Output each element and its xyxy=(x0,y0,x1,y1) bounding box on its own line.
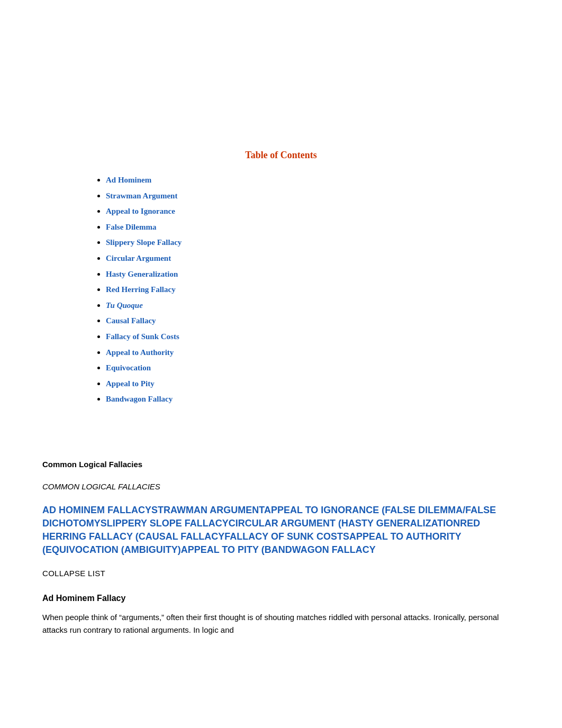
toc-link-appeal-authority[interactable]: Appeal to Authority xyxy=(106,348,174,357)
toc-link-sunk-costs[interactable]: Fallacy of Sunk Costs xyxy=(106,332,179,341)
toc-item: Red Herring Fallacy xyxy=(106,283,520,296)
toc-item: Appeal to Ignorance xyxy=(106,204,520,218)
toc-link-bandwagon[interactable]: Bandwagon Fallacy xyxy=(106,395,173,403)
italic-heading: COMMON LOGICAL FALLACIES xyxy=(42,481,520,493)
ad-hominem-body: When people think of “arguments,” often … xyxy=(42,611,520,636)
blue-heading-block: AD HOMINEM FALLACYSTRAWMAN ARGUMENTAPPEA… xyxy=(42,504,520,557)
toc-item: Bandwagon Fallacy xyxy=(106,392,520,406)
toc-item: Appeal to Authority xyxy=(106,345,520,359)
section-label: Common Logical Fallacies xyxy=(42,459,520,471)
toc-link-slippery-slope[interactable]: Slippery Slope Fallacy xyxy=(106,238,182,247)
toc-item: Ad Hominem xyxy=(106,173,520,187)
toc-link-tu-quoque[interactable]: Tu Quoque xyxy=(106,301,143,310)
toc-item: Tu Quoque xyxy=(106,298,520,312)
toc-link-appeal-pity[interactable]: Appeal to Pity xyxy=(106,379,155,388)
toc-item: Appeal to Pity xyxy=(106,377,520,390)
section-divider xyxy=(42,438,520,459)
ad-hominem-heading: Ad Hominem Fallacy xyxy=(42,592,520,605)
toc-link-hasty-generalization[interactable]: Hasty Generalization xyxy=(106,270,178,278)
top-spacer xyxy=(42,0,520,148)
collapse-label[interactable]: COLLAPSE LIST xyxy=(42,568,520,580)
toc-item: Slippery Slope Fallacy xyxy=(106,235,520,249)
toc-link-equivocation[interactable]: Equivocation xyxy=(106,363,151,372)
toc-link-appeal-ignorance[interactable]: Appeal to Ignorance xyxy=(106,207,175,215)
toc-item: False Dilemma xyxy=(106,220,520,234)
toc-link-circular-argument[interactable]: Circular Argument xyxy=(106,254,171,262)
toc-link-strawman[interactable]: Strawman Argument xyxy=(106,192,177,200)
page-container: Table of Contents Ad HominemStrawman Arg… xyxy=(0,0,562,636)
toc-item: Hasty Generalization xyxy=(106,267,520,281)
toc-title: Table of Contents xyxy=(42,148,520,162)
toc-link-false-dilemma[interactable]: False Dilemma xyxy=(106,223,156,231)
toc-link-ad-hominem[interactable]: Ad Hominem xyxy=(106,176,151,184)
toc-item: Strawman Argument xyxy=(106,189,520,203)
toc-link-red-herring[interactable]: Red Herring Fallacy xyxy=(106,285,176,294)
toc-item: Fallacy of Sunk Costs xyxy=(106,330,520,343)
toc-item: Circular Argument xyxy=(106,251,520,265)
toc-link-causal-fallacy[interactable]: Causal Fallacy xyxy=(106,316,156,325)
toc-item: Equivocation xyxy=(106,361,520,375)
toc-item: Causal Fallacy xyxy=(106,314,520,327)
toc-list: Ad HominemStrawman ArgumentAppeal to Ign… xyxy=(42,173,520,406)
